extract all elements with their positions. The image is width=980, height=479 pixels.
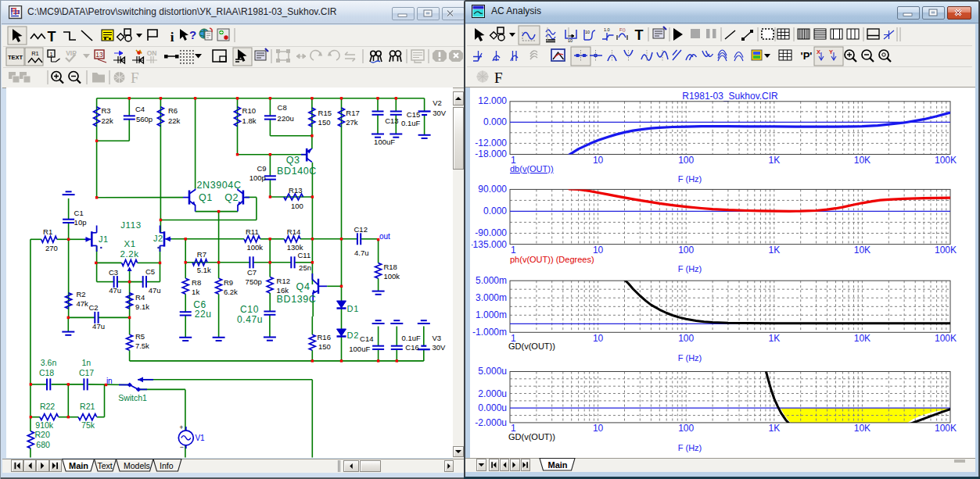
svg-text:in: in [106,377,113,385]
svg-text:-135.000: -135.000 [472,239,507,250]
svg-text:10K: 10K [854,333,871,344]
svg-text:F: F [131,70,139,86]
svg-text:C9: C9 [257,164,267,173]
svg-text:GD(v(OUT)): GD(v(OUT)) [508,432,555,441]
svg-text:V3: V3 [433,334,442,342]
svg-text:?: ? [189,28,196,41]
svg-text:0.000u: 0.000u [478,402,507,413]
svg-text:1K: 1K [768,245,780,256]
svg-text:10: 10 [593,245,604,256]
svg-text:R15: R15 [318,109,332,117]
svg-text:C1: C1 [74,209,84,217]
svg-text:0.47u: 0.47u [237,314,263,325]
svg-text:47u: 47u [109,286,121,295]
svg-text:30V: 30V [433,343,447,352]
svg-text:750p: 750p [246,277,262,286]
svg-text:C11: C11 [298,251,311,259]
svg-text:100k: 100k [247,243,264,252]
svg-text:R8: R8 [192,278,201,287]
svg-text:BD140C: BD140C [277,166,317,177]
svg-text:R7: R7 [197,250,206,259]
svg-text:i: i [171,30,174,45]
svg-text:100p: 100p [249,173,266,182]
svg-text:R13: R13 [289,186,302,195]
svg-text:1K: 1K [768,423,780,434]
svg-text:-1.000m: -1.000m [472,327,507,338]
svg-text:X1: X1 [124,239,135,248]
svg-text:-18.000: -18.000 [475,148,507,159]
svg-text:+: + [179,424,183,431]
svg-text:6.2k: 6.2k [224,288,238,296]
svg-text:ON: ON [147,49,157,57]
svg-text:4.7u: 4.7u [354,248,369,257]
svg-text:D1: D1 [347,304,359,313]
svg-text:C8: C8 [278,103,287,112]
svg-text:Info: Info [160,461,174,470]
svg-text:10K: 10K [854,423,871,434]
svg-text:100uF: 100uF [349,345,370,353]
svg-text:2.000u: 2.000u [478,388,507,399]
svg-text:47u: 47u [149,286,161,295]
svg-text:Q1: Q1 [199,192,213,203]
svg-text:F (Hz): F (Hz) [678,264,702,273]
svg-text:C17: C17 [79,368,94,377]
svg-text:3.6n: 3.6n [41,358,57,367]
svg-text:150: 150 [318,118,331,127]
svg-text:C13: C13 [385,116,398,125]
svg-text:1n: 1n [82,358,92,367]
svg-text:R10: R10 [242,106,256,115]
svg-text:R18: R18 [383,263,397,271]
svg-text:C3: C3 [109,268,118,277]
svg-text:R12: R12 [277,277,290,285]
svg-text:22k: 22k [168,116,181,125]
svg-text:R11: R11 [246,227,259,236]
svg-text:C2: C2 [89,303,99,312]
svg-text:0.1uF: 0.1uF [401,119,420,127]
svg-text:-90.000: -90.000 [475,227,507,238]
svg-text:'P': 'P' [801,50,813,62]
svg-text:10K: 10K [854,245,871,256]
svg-text:3.000m: 3.000m [476,292,507,303]
svg-text:12.000: 12.000 [478,95,507,106]
svg-text:10: 10 [593,423,604,434]
svg-text:Main: Main [69,461,88,470]
svg-text:R4: R4 [135,293,145,302]
svg-text:R1: R1 [31,50,39,57]
svg-text:ph(v(OUT)) (Degrees): ph(v(OUT)) (Degrees) [510,255,594,264]
svg-text:100K: 100K [935,245,957,256]
svg-text:0.000: 0.000 [483,206,507,216]
svg-text:R1981-03_Sukhov.CIR: R1981-03_Sukhov.CIR [682,91,778,102]
svg-text:100: 100 [678,333,694,344]
svg-text:100K: 100K [935,333,957,344]
svg-text:db(v(OUT)): db(v(OUT)) [510,164,554,173]
svg-text:100: 100 [678,423,694,434]
svg-text:1K: 1K [768,333,780,344]
svg-text:R3: R3 [102,106,111,115]
svg-text:R16: R16 [318,333,331,341]
svg-text:220u: 220u [278,114,294,123]
svg-text:R9: R9 [224,278,233,287]
svg-text:10: 10 [593,155,604,166]
svg-text:270: 270 [45,244,58,252]
svg-text:R1: R1 [43,227,52,236]
svg-text:C7: C7 [247,268,257,277]
svg-text:100K: 100K [935,423,957,434]
svg-text:T: T [48,29,56,45]
svg-text:out: out [379,232,390,241]
svg-text:R5: R5 [135,332,145,341]
svg-text:25n: 25n [299,263,311,272]
svg-text:F: F [494,70,503,86]
svg-text:910k: 910k [35,420,54,430]
svg-text:7.5k: 7.5k [135,341,149,350]
svg-text:100: 100 [291,202,303,210]
svg-text:V2: V2 [433,98,442,107]
svg-text:C15: C15 [407,110,420,119]
svg-text:1.8k: 1.8k [242,116,257,125]
svg-text:D2: D2 [347,331,359,340]
svg-text:Q2: Q2 [224,192,239,203]
svg-text:R21: R21 [80,402,95,411]
svg-text:TEXT: TEXT [8,54,23,61]
svg-text:1.0: 1.0 [604,27,610,32]
svg-text:R17: R17 [346,109,359,117]
svg-text:X: X [817,48,820,55]
